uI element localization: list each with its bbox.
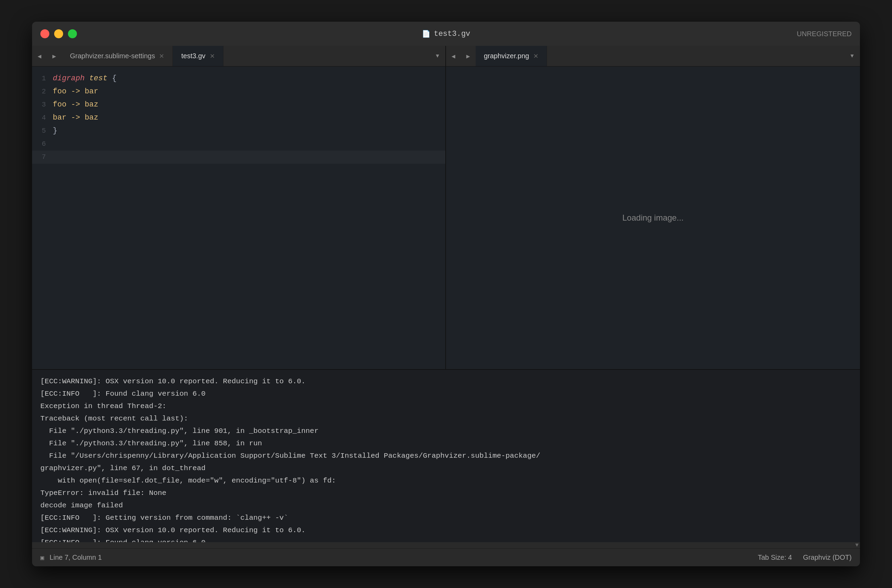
unregistered-label: UNREGISTERED <box>797 30 851 38</box>
console-line-7: graphvizer.py", line 67, in dot_thread <box>41 462 851 475</box>
console-line-1: [ECC:INFO ]: Found clang version 6.0 <box>41 388 851 400</box>
console-line-12: [ECC:INFO ]: Getting version from comman… <box>41 512 851 524</box>
main-content: 1 digraph test { 2 foo -> bar 3 foo -> b… <box>32 66 860 369</box>
title-file-icon: 📄 <box>422 30 430 38</box>
tab-close-png[interactable]: ✕ <box>533 53 539 59</box>
title-bar: 📄 test3.gv UNREGISTERED <box>32 22 860 46</box>
tab-nav-back-right[interactable]: ◀ <box>446 46 461 66</box>
line-code-3: foo -> baz <box>53 98 98 111</box>
status-tab-size[interactable]: Tab Size: 4 <box>758 554 792 561</box>
line-num-2: 2 <box>32 85 53 98</box>
code-line-3: 3 foo -> baz <box>32 98 445 111</box>
scroll-down-arrow: ▼ <box>855 542 859 548</box>
tab-dropdown-left[interactable]: ▼ <box>429 46 445 66</box>
code-line-5: 5 } <box>32 124 445 138</box>
close-button[interactable] <box>41 29 49 38</box>
tab-nav-forward-left[interactable]: ▶ <box>47 46 62 66</box>
console-line-3: Traceback (most recent call last): <box>41 412 851 425</box>
status-position[interactable]: Line 7, Column 1 <box>50 554 102 561</box>
line-num-4: 4 <box>32 111 53 124</box>
code-line-4: 4 bar -> baz <box>32 111 445 124</box>
window-title-area: 📄 test3.gv <box>422 30 471 38</box>
window-title: test3.gv <box>434 30 471 38</box>
console-line-5: File "./python3.3/threading.py", line 85… <box>41 437 851 450</box>
minimize-button[interactable] <box>54 29 63 38</box>
line-code-1: digraph test { <box>53 72 117 85</box>
console-line-11: decode image failed <box>41 500 851 512</box>
status-file-icon: ▣ <box>41 554 44 561</box>
tab-sublime-settings[interactable]: Graphvizer.sublime-settings ✕ <box>62 46 173 66</box>
console-line-2: Exception in thread Thread-2: <box>41 400 851 412</box>
editor-content[interactable]: 1 digraph test { 2 foo -> bar 3 foo -> b… <box>32 66 445 369</box>
line-code-4: bar -> baz <box>53 111 98 124</box>
status-right: Tab Size: 4 Graphviz (DOT) <box>758 554 851 561</box>
line-num-1: 1 <box>32 72 53 85</box>
code-line-7: 7 <box>32 151 445 164</box>
status-bar: ▣ Line 7, Column 1 Tab Size: 4 Graphviz … <box>32 548 860 566</box>
traffic-lights <box>41 29 77 38</box>
console-line-14: [ECC:INFO ]: Found clang version 6.0 <box>41 537 851 542</box>
status-syntax[interactable]: Graphviz (DOT) <box>803 554 851 561</box>
line-num-5: 5 <box>32 124 53 138</box>
tab-dropdown-right[interactable]: ▼ <box>844 46 860 66</box>
tab-nav-back-left[interactable]: ◀ <box>32 46 47 66</box>
tab-test3-gv[interactable]: test3.gv ✕ <box>173 46 223 66</box>
console-line-4: File "./python3.3/threading.py", line 90… <box>41 425 851 437</box>
console-line-6: File "/Users/chrispenny/Library/Applicat… <box>41 450 851 462</box>
line-code-2: foo -> bar <box>53 85 98 98</box>
preview-pane: Loading image... <box>446 66 860 369</box>
code-line-2: 2 foo -> bar <box>32 85 445 98</box>
app-window: 📄 test3.gv UNREGISTERED ◀ ▶ Graphvizer.s… <box>32 22 860 566</box>
console-line-9: TypeError: invalid file: None <box>41 487 851 500</box>
tab-close-test3[interactable]: ✕ <box>210 53 215 59</box>
console-line-0: [ECC:WARNING]: OSX version 10.0 reported… <box>41 375 851 388</box>
maximize-button[interactable] <box>68 29 77 38</box>
code-line-1: 1 digraph test { <box>32 72 445 85</box>
tab-nav-forward-right[interactable]: ▶ <box>461 46 476 66</box>
editor-pane: 1 digraph test { 2 foo -> bar 3 foo -> b… <box>32 66 446 369</box>
line-num-6: 6 <box>32 138 53 151</box>
line-num-7: 7 <box>32 151 53 164</box>
console-scrollbar[interactable]: ▼ <box>32 542 860 548</box>
line-num-3: 3 <box>32 98 53 111</box>
code-line-6: 6 <box>32 138 445 151</box>
loading-text: Loading image... <box>622 213 683 223</box>
console-output[interactable]: [ECC:WARNING]: OSX version 10.0 reported… <box>32 370 860 542</box>
console-panel: [ECC:WARNING]: OSX version 10.0 reported… <box>32 369 860 548</box>
console-line-13: [ECC:WARNING]: OSX version 10.0 reported… <box>41 524 851 537</box>
tab-close-settings[interactable]: ✕ <box>159 53 164 59</box>
line-code-5: } <box>53 124 57 138</box>
console-line-8: with open(file=self.dot_file, mode="w", … <box>41 475 851 487</box>
status-left: ▣ Line 7, Column 1 <box>41 554 758 561</box>
tab-graphvizer-png[interactable]: graphvizer.png ✕ <box>476 46 547 66</box>
